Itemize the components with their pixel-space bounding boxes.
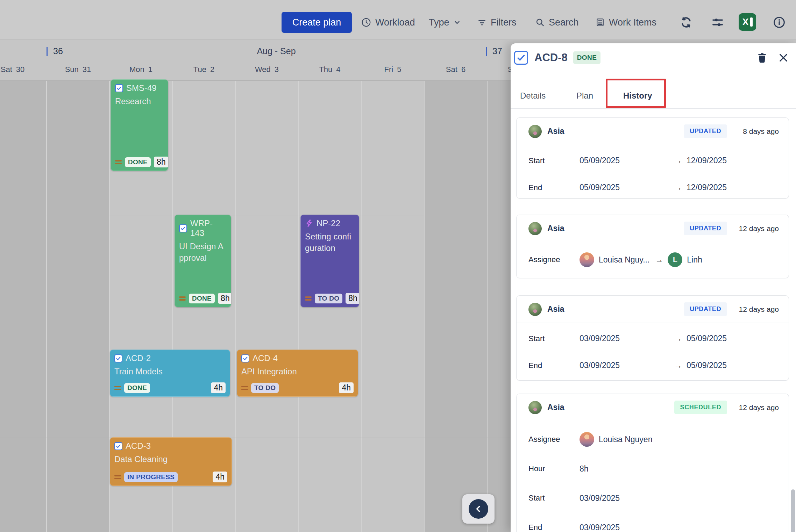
workload-button[interactable]: Workload [361, 12, 415, 33]
lightning-icon [305, 219, 313, 228]
history-entry: Asia UPDATED 12 days ago Start 03/09/202… [516, 295, 789, 381]
change-row: End 05/09/2025 → 12/09/2025 [517, 174, 789, 201]
day-header: Tue2 [183, 65, 225, 74]
tab-history[interactable]: History [623, 91, 652, 101]
tabs-divider [511, 108, 796, 109]
day-header: Sun31 [57, 65, 99, 74]
chevron-down-icon [453, 19, 461, 26]
arrow-right-icon: → [674, 183, 682, 192]
day-header: Fri5 [372, 65, 414, 74]
search-button[interactable]: Search [535, 12, 579, 33]
status-badge: DONE [189, 294, 215, 303]
priority-medium-icon [241, 386, 248, 390]
status-badge: TO DO [315, 294, 342, 303]
task-title: Setting configuration [305, 231, 355, 254]
task-card-np-22[interactable]: NP-22 Setting configuration TO DO8h [300, 215, 359, 307]
avatar-asia [528, 125, 542, 138]
history-entry-header: Asia UPDATED 12 days ago [517, 215, 789, 242]
filter-icon [477, 17, 487, 27]
field-row: Start 03/09/2025 [517, 483, 789, 513]
arrow-right-icon: → [674, 156, 682, 165]
priority-medium-icon [114, 475, 121, 479]
arrow-right-icon: → [674, 361, 682, 370]
change-row: Assignee Louisa Nguy... → L Linh [517, 242, 789, 277]
action-badge: UPDATED [684, 124, 727, 138]
task-key-title: ACD-8 [534, 51, 568, 64]
collapse-panel-button[interactable] [462, 494, 495, 524]
top-toolbar: Create plan Workload Type Filters Search… [0, 0, 796, 40]
priority-medium-icon [115, 160, 122, 164]
task-card-wrp-143[interactable]: WRP-143 UI Design Approval DONE8h [175, 215, 231, 307]
history-entry-header: Asia SCHEDULED 12 days ago [517, 394, 789, 421]
avatar-linh-initial: L [668, 252, 682, 267]
task-title: API Integration [241, 366, 354, 377]
task-code: ACD-2 [126, 353, 151, 363]
weekend-shade-right [424, 80, 516, 532]
task-detail-panel: ACD-8 DONE Details Plan History Asia UPD… [511, 43, 796, 532]
type-dropdown[interactable]: Type [429, 12, 461, 33]
avatar-asia [528, 222, 542, 235]
task-checkbox-icon [241, 354, 249, 362]
clock-icon [361, 17, 371, 28]
task-code: NP-22 [317, 218, 340, 228]
task-checkbox-icon [179, 224, 187, 232]
task-title: UI Design Approval [179, 240, 227, 264]
day-header: Mon1 [120, 65, 162, 74]
task-checkbox-icon[interactable] [514, 51, 528, 65]
task-card-sms-49[interactable]: SMS-49 Research DONE8h [111, 79, 168, 171]
day-header: Thu4 [309, 65, 351, 74]
week-number-left: 36 [53, 46, 63, 56]
panel-scrollbar[interactable] [791, 489, 795, 532]
entry-timestamp: 12 days ago [734, 305, 779, 314]
settings-sliders-icon[interactable] [709, 13, 727, 31]
info-icon[interactable] [770, 13, 788, 31]
change-row: Start 05/09/2025 → 12/09/2025 [517, 147, 789, 174]
work-items-button[interactable]: Work Items [595, 12, 656, 33]
task-card-acd-2[interactable]: ACD-2 Train Models DONE4h [110, 350, 230, 397]
task-checkbox-icon [114, 354, 122, 362]
task-code: ACD-3 [126, 441, 151, 451]
month-range-label: Aug - Sep [224, 46, 329, 56]
entry-timestamp: 8 days ago [734, 127, 779, 136]
close-icon[interactable] [778, 52, 789, 63]
tab-details[interactable]: Details [520, 91, 546, 101]
task-card-acd-4[interactable]: ACD-4 API Integration TO DO4h [237, 350, 358, 397]
trash-icon[interactable] [756, 52, 768, 64]
panel-header: ACD-8 DONE [514, 50, 789, 65]
hours-badge: 8h [218, 293, 231, 304]
day-header: Sat30 [0, 65, 34, 74]
status-badge: DONE [124, 383, 150, 393]
status-badge: IN PROGRESS [124, 472, 178, 482]
sync-icon[interactable] [677, 13, 695, 31]
task-code: WRP-143 [190, 218, 227, 238]
filters-button[interactable]: Filters [477, 12, 517, 33]
change-row: Start 03/09/2025 → 05/09/2025 [517, 325, 789, 352]
hours-badge: 8h [346, 293, 359, 304]
arrow-right-icon: → [674, 334, 682, 343]
priority-medium-icon [305, 296, 312, 301]
priority-medium-icon [179, 296, 186, 301]
action-badge: UPDATED [684, 222, 727, 235]
action-badge: SCHEDULED [674, 401, 727, 414]
tab-plan[interactable]: Plan [576, 91, 593, 101]
hours-badge: 8h [154, 157, 168, 167]
week-number-right: 37 [492, 46, 502, 56]
hours-badge: 4h [213, 472, 227, 482]
history-entry: Asia SCHEDULED 12 days ago Assignee Loui… [516, 394, 789, 532]
chevron-left-icon [469, 499, 488, 519]
history-entry-header: Asia UPDATED 12 days ago [517, 296, 789, 323]
task-checkbox-icon [114, 442, 122, 450]
history-entry: Asia UPDATED 8 days ago Start 05/09/2025… [516, 117, 789, 199]
history-entry: Asia UPDATED 12 days ago Assignee Louisa… [516, 215, 789, 278]
create-plan-button[interactable]: Create plan [282, 12, 352, 33]
hours-badge: 4h [339, 382, 354, 393]
task-card-acd-3[interactable]: ACD-3 Data Cleaning IN PROGRESS4h [110, 437, 232, 486]
search-icon [535, 17, 545, 27]
journal-icon [595, 17, 605, 27]
arrow-right-icon: → [655, 255, 663, 265]
field-row: Hour 8h [517, 454, 789, 483]
excel-export-icon[interactable]: X [739, 13, 756, 31]
task-checkbox-icon [115, 84, 123, 92]
history-entry-header: Asia UPDATED 8 days ago [517, 118, 789, 145]
task-code: ACD-4 [253, 353, 278, 363]
